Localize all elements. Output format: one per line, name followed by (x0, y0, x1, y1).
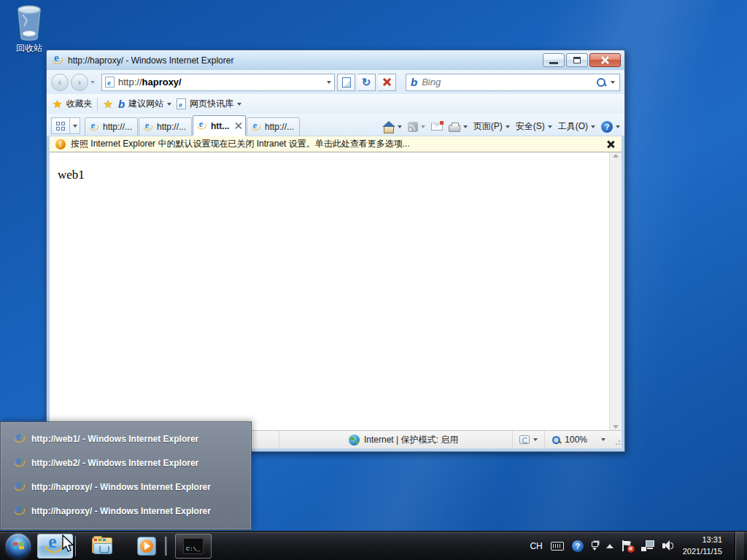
window-list-item-web1[interactable]: http://web1/ - Windows Internet Explorer (1, 427, 251, 451)
chevron-down-icon (237, 103, 241, 106)
action-center-alert-badge: ✕ (627, 545, 635, 553)
stop-button[interactable] (378, 74, 396, 91)
close-icon (601, 56, 609, 64)
taskbar-clock[interactable]: 13:31 2021/11/15 (683, 534, 727, 558)
search-icon[interactable] (596, 77, 606, 88)
star-icon: ★ (53, 98, 62, 109)
favorites-bar: ★ 收藏夹 ★ b 建议网站 网页快讯库 (47, 94, 624, 114)
browser-viewport: web1 (50, 152, 622, 430)
minimize-icon (549, 62, 558, 64)
address-url: http://haproxy/ (118, 77, 182, 88)
tab-4[interactable]: http://... (247, 117, 300, 136)
volume-icon[interactable] (662, 540, 675, 551)
minimize-button[interactable] (543, 53, 565, 67)
tab-list-button[interactable] (70, 117, 80, 134)
tab-1[interactable]: http://... (85, 117, 138, 136)
ie-logo-icon (53, 55, 63, 66)
help-icon: ? (601, 121, 613, 133)
ime-toolbar-icon (592, 542, 598, 547)
restore-button[interactable] (566, 53, 588, 67)
help-button[interactable]: ? (601, 121, 620, 133)
bing-icon: b (118, 98, 125, 109)
chevron-down-icon (167, 103, 171, 106)
suggested-sites-button[interactable]: b 建议网站 (118, 98, 171, 110)
window-list-item-haproxy-1[interactable]: http://haproxy/ - Windows Internet Explo… (1, 475, 251, 499)
action-center-icon[interactable]: ✕ (622, 540, 633, 552)
refresh-button[interactable]: ↻ (357, 74, 376, 91)
scroll-down-icon[interactable] (613, 425, 619, 429)
stop-icon (383, 78, 391, 86)
security-menu-button[interactable]: 安全(S) (516, 120, 552, 133)
compatibility-status-button[interactable] (512, 431, 544, 448)
close-button[interactable] (589, 53, 621, 67)
show-desktop-button[interactable] (735, 532, 744, 560)
bing-logo-icon: b (411, 77, 417, 88)
home-button[interactable] (383, 122, 402, 132)
taskbar-cmd-button[interactable]: C:\_ (175, 534, 212, 559)
refresh-icon: ↻ (362, 77, 371, 88)
print-button[interactable] (449, 122, 468, 132)
recycle-bin-icon (6, 4, 53, 41)
feeds-button[interactable] (408, 122, 425, 132)
address-bar[interactable]: http://haproxy/ (101, 74, 335, 91)
tab-2[interactable]: http://... (139, 117, 192, 136)
clock-time: 13:31 (683, 534, 722, 546)
show-hidden-icons-button[interactable] (606, 544, 614, 548)
address-dropdown-icon[interactable] (327, 81, 331, 84)
tools-menu-button[interactable]: 工具(O) (558, 120, 595, 133)
ime-language-button[interactable]: CH (530, 541, 542, 551)
taskbar-explorer-button[interactable] (85, 534, 121, 559)
resize-grip[interactable] (612, 431, 622, 448)
window-list-item-web2[interactable]: http://web2/ - Windows Internet Explorer (1, 451, 251, 475)
compatibility-view-button[interactable] (337, 74, 355, 91)
recycle-bin[interactable]: 回收站 (6, 4, 53, 55)
tab-3-active[interactable]: htt... (193, 115, 246, 136)
taskbar-window-list: http://web1/ - Windows Internet Explorer… (0, 421, 252, 530)
infobar-close-icon[interactable] (607, 141, 614, 148)
window-title: http://haproxy/ - Windows Internet Explo… (68, 55, 543, 66)
title-bar[interactable]: http://haproxy/ - Windows Internet Explo… (47, 50, 624, 70)
read-mail-button[interactable] (431, 122, 443, 131)
rss-feed-icon (408, 122, 418, 132)
vertical-scrollbar[interactable] (609, 152, 622, 430)
webslice-icon (177, 98, 186, 109)
tab-close-icon[interactable] (235, 122, 241, 129)
history-dropdown-icon[interactable] (90, 81, 95, 84)
scroll-up-icon[interactable] (613, 154, 619, 158)
add-favorites-button[interactable]: ★ (103, 98, 112, 109)
search-box[interactable]: b Bing (406, 74, 620, 91)
page-menu-button[interactable]: 页面(P) (473, 120, 510, 133)
infobar-message: 按照 Internet Explorer 中的默认设置现在已关闭 Intrane… (71, 138, 602, 150)
keyboard-icon[interactable] (551, 542, 564, 551)
forward-button[interactable]: › (71, 74, 88, 91)
zoom-control[interactable]: 100% (544, 431, 612, 448)
window-list-item-haproxy-2[interactable]: http://haproxy/ - Windows Internet Explo… (1, 499, 251, 523)
favorites-button[interactable]: ★ 收藏夹 (53, 98, 92, 110)
add-star-icon: ★ (103, 98, 112, 109)
warning-icon: ! (55, 139, 66, 149)
command-prompt-icon: C:\_ (183, 538, 204, 554)
internet-zone-icon (349, 435, 360, 446)
navigation-bar: ‹ › http://haproxy/ ↻ b Bing (47, 70, 624, 94)
restore-icon (573, 57, 581, 63)
ime-options-button[interactable] (592, 542, 598, 551)
page-icon (105, 77, 115, 88)
information-bar[interactable]: ! 按照 Internet Explorer 中的默认设置现在已关闭 Intra… (50, 136, 622, 152)
tray-help-icon[interactable]: ? (572, 540, 584, 552)
taskbar-media-player-button[interactable] (130, 534, 163, 559)
start-button[interactable] (4, 532, 33, 560)
desktop-background: 回收站 http://haproxy/ - Windows Internet E… (0, 0, 747, 560)
quick-tabs-button[interactable] (51, 117, 70, 134)
taskbar-ie-button[interactable] (37, 534, 73, 559)
command-bar: 页面(P) 安全(S) 工具(O) ? (383, 120, 620, 133)
back-button[interactable]: ‹ (51, 74, 69, 91)
ie-taskbar-icon (46, 537, 65, 556)
ie-icon (15, 505, 26, 516)
security-zone: Internet | 保护模式: 启用 (349, 434, 458, 446)
network-icon[interactable] (641, 540, 654, 551)
page-text: web1 (58, 168, 85, 182)
tab-favicon (144, 122, 153, 132)
web-slice-button[interactable]: 网页快讯库 (177, 98, 241, 110)
search-dropdown-icon[interactable] (611, 81, 615, 84)
compatibility-status-icon (519, 435, 530, 444)
